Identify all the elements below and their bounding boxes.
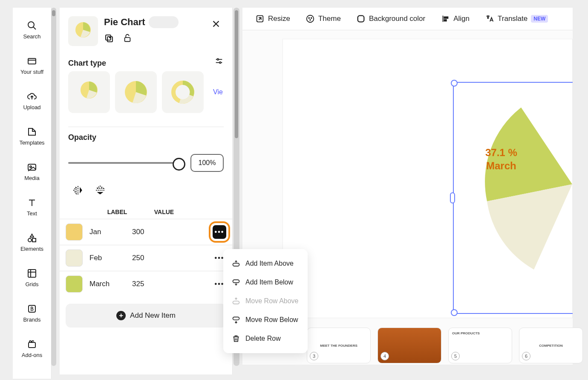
chart-type-donut[interactable] [162, 71, 204, 113]
chart-preview-thumbnail [68, 16, 98, 46]
nav-grids[interactable]: Grids [25, 268, 38, 287]
nav-label: Your stuff [20, 69, 43, 75]
pie-chart-graphic[interactable] [461, 95, 572, 274]
svg-point-17 [217, 59, 219, 61]
svg-rect-6 [32, 238, 36, 242]
row-more-button[interactable]: ••• [213, 225, 226, 239]
row-label[interactable]: March [89, 280, 132, 288]
menu-add-below[interactable]: Add Item Below [223, 273, 308, 292]
color-swatch[interactable] [66, 276, 83, 293]
svg-point-27 [310, 20, 311, 20]
svg-rect-30 [444, 17, 448, 18]
view-all-link[interactable]: Vie [209, 88, 223, 96]
svg-point-25 [308, 17, 309, 18]
chart-type-pie-flat[interactable] [115, 71, 157, 113]
slide-thumbnail[interactable]: 4 [378, 328, 441, 363]
panel-title: Pie Chart [104, 17, 145, 28]
nav-label: Media [24, 175, 39, 181]
nav-upload[interactable]: Upload [23, 91, 40, 110]
nav-label: Grids [25, 281, 38, 287]
nav-label: Upload [23, 104, 40, 110]
color-swatch[interactable] [66, 249, 83, 267]
selection-handle[interactable] [451, 309, 458, 316]
nav-label: Add-ons [22, 352, 42, 358]
slide-thumbnail[interactable]: OUR PRODUCTS5 [448, 328, 512, 363]
theme-button[interactable]: Theme [306, 14, 341, 23]
svg-point-0 [28, 22, 34, 28]
svg-point-26 [311, 17, 312, 18]
row-value[interactable]: 300 [132, 228, 175, 236]
menu-move-below[interactable]: Move Row Below [223, 310, 308, 329]
canvas-page[interactable]: 37.1 % March [282, 39, 573, 318]
slice-name: March [485, 159, 517, 172]
color-swatch[interactable] [66, 223, 83, 241]
row-context-menu: Add Item Above Add Item Below Move Row A… [223, 249, 308, 353]
svg-rect-33 [233, 280, 239, 283]
nav-your-stuff[interactable]: Your stuff [20, 56, 43, 75]
data-row: March 325 ••• [60, 271, 232, 297]
row-label[interactable]: Jan [89, 228, 132, 236]
svg-rect-7 [28, 270, 36, 277]
resize-button[interactable]: Resize [255, 14, 290, 23]
svg-point-5 [28, 238, 32, 242]
flip-horizontal-icon[interactable] [72, 185, 84, 196]
svg-rect-13 [125, 38, 130, 41]
duplicate-icon[interactable] [104, 33, 114, 44]
opacity-value-input[interactable]: 100% [190, 154, 224, 172]
title-pill [149, 16, 179, 28]
svg-point-4 [30, 166, 32, 168]
selection-handle[interactable] [451, 80, 458, 87]
nav-search[interactable]: Search [23, 20, 40, 40]
add-new-item-button[interactable]: +Add New Item [66, 304, 226, 328]
slide-thumbnail[interactable]: COMPETITION6 [519, 328, 583, 363]
svg-point-24 [307, 15, 314, 23]
nav-elements[interactable]: Elements [20, 233, 43, 252]
nav-text[interactable]: Text [27, 197, 37, 217]
unlock-icon[interactable] [123, 33, 132, 43]
menu-delete-row[interactable]: Delete Row [223, 329, 308, 348]
opacity-slider[interactable] [68, 157, 184, 169]
selection-handle[interactable] [450, 192, 455, 203]
svg-rect-9 [29, 342, 35, 348]
menu-add-above[interactable]: Add Item Above [223, 254, 308, 273]
nav-label: Brands [23, 316, 40, 323]
svg-point-19 [219, 62, 221, 64]
slide-filmstrip: MEET THE FOUNDERS3 4 OUR PRODUCTS5 COMPE… [307, 326, 583, 365]
row-value[interactable]: 250 [132, 254, 175, 262]
nav-addons[interactable]: Add-ons [22, 339, 42, 358]
left-nav-rail: Search Your stuff Upload Templates Media… [13, 8, 52, 379]
svg-rect-2 [28, 58, 36, 64]
nav-media[interactable]: Media [24, 162, 39, 181]
svg-rect-32 [233, 263, 239, 266]
close-panel-button[interactable] [208, 16, 224, 32]
row-value[interactable]: 325 [132, 280, 175, 288]
data-row: Feb 250 ••• [60, 245, 232, 271]
chart-type-pie-3d[interactable] [68, 71, 110, 113]
svg-rect-3 [28, 164, 36, 170]
slice-percent: 37.1 % [485, 146, 517, 159]
svg-rect-31 [444, 20, 447, 21]
row-label[interactable]: Feb [89, 254, 132, 262]
slide-number: 3 [310, 352, 318, 360]
label-column-head: LABEL [92, 209, 143, 215]
nav-label: Elements [20, 246, 43, 252]
value-column-head: VALUE [143, 209, 185, 215]
menu-move-above: Move Row Above [223, 292, 308, 310]
canvas-toolbar: Resize Theme Background color Align Tran… [242, 8, 573, 30]
slide-thumbnail[interactable]: MEET THE FOUNDERS3 [307, 328, 371, 363]
add-item-label: Add New Item [130, 311, 176, 320]
nav-brands[interactable]: Brands [23, 304, 40, 323]
translate-button[interactable]: TranslateNEW [485, 14, 548, 23]
divider [68, 127, 224, 127]
svg-rect-34 [233, 301, 239, 304]
property-panel: Pie Chart Chart type Vie Opacity 100% L [60, 8, 233, 374]
flip-vertical-icon[interactable] [95, 185, 106, 196]
nav-templates[interactable]: Templates [19, 127, 44, 146]
opacity-heading: Opacity [68, 133, 224, 142]
svg-rect-28 [358, 16, 364, 22]
bgcolor-button[interactable]: Background color [356, 14, 425, 23]
nav-search-label: Search [23, 33, 40, 40]
sliders-icon[interactable] [214, 56, 224, 68]
align-button[interactable]: Align [441, 14, 470, 23]
nav-scrollbar[interactable] [51, 8, 56, 366]
